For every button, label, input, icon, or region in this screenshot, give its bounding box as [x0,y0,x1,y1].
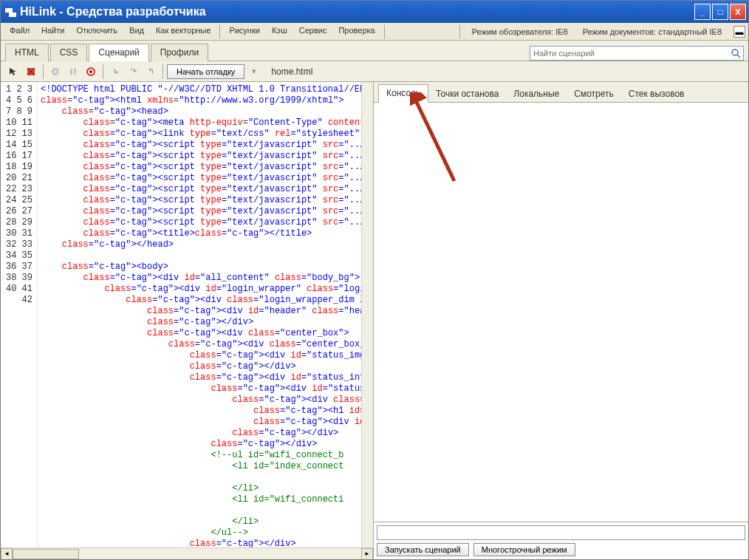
line-gutter: 1 2 3 4 5 6 7 8 9 10 11 12 13 14 15 16 1… [1,82,38,547]
pin-icon[interactable]: ▬ [733,26,745,38]
tab-профили[interactable]: Профили [151,44,208,61]
menu-рисунки[interactable]: Рисунки [223,24,266,40]
run-script-button[interactable]: Запускать сценарий [377,543,469,556]
menu-кэш[interactable]: Кэш [266,24,293,40]
titlebar: HiLink - Средства разработчика _ □ X [1,1,748,23]
stop-icon[interactable] [23,64,39,80]
close-button[interactable]: X [730,4,746,20]
rp-tab-0[interactable]: Консоль [378,84,428,103]
pause-icon[interactable] [65,64,81,80]
step-into-icon[interactable]: ↳ [107,64,123,80]
browser-mode[interactable]: Режим обозревателя: IE8 [466,25,574,38]
search-input[interactable] [530,49,728,58]
title-text: HiLink - Средства разработчика [20,5,206,18]
tab-сценарий[interactable]: Сценарий [89,44,148,61]
menu-как векторные[interactable]: Как векторные [150,24,216,40]
step-over-icon[interactable]: ↷ [125,64,141,80]
menu-сервис[interactable]: Сервис [293,24,333,40]
tab-css[interactable]: CSS [50,44,88,61]
svg-point-9 [89,70,92,73]
vertical-scrollbar[interactable] [361,82,373,547]
app-icon [5,7,16,17]
breakpoint-icon[interactable] [83,64,99,80]
minimize-button[interactable]: _ [694,4,711,20]
file-name: home.html [271,66,312,77]
scroll-left-icon[interactable]: ◄ [1,548,13,560]
step-out-icon[interactable]: ↰ [143,64,159,80]
maximize-button[interactable]: □ [712,4,728,20]
menu-файл[interactable]: Файл [4,24,35,40]
svg-rect-6 [70,69,72,75]
menu-найти[interactable]: Найти [35,24,70,40]
scroll-thumb[interactable] [13,549,79,559]
toolbar: ↳ ↷ ↰ Начать отладку ▾ home.html [1,61,748,82]
rp-tab-3[interactable]: Смотреть [567,86,621,103]
multiline-button[interactable]: Многострочный режим [473,543,575,556]
svg-rect-7 [74,69,76,75]
search-icon[interactable] [728,46,743,61]
scroll-right-icon[interactable]: ► [361,548,373,560]
window-title: HiLink - Средства разработчика [5,5,206,18]
console-body[interactable] [374,103,748,522]
horizontal-scrollbar[interactable]: ◄ ► [1,547,373,559]
pointer-icon[interactable] [5,64,21,80]
rp-tab-4[interactable]: Стек вызовов [621,86,692,103]
main-tabbar: HTMLCSSСценарийПрофили [1,41,748,61]
svg-line-1 [737,55,740,58]
rp-tab-2[interactable]: Локальные [506,86,567,103]
right-panel: КонсольТочки остановаЛокальныеСмотретьСт… [374,82,748,559]
tab-html[interactable]: HTML [5,44,49,61]
dropdown-icon[interactable]: ▾ [246,64,262,80]
doc-mode[interactable]: Режим документов: стандартный IE8 [577,25,728,38]
rp-tab-1[interactable]: Точки останова [428,86,506,103]
code-view[interactable]: <!DOCTYPE html PUBLIC "-//W3C//DTD XHTML… [38,82,361,547]
menu-проверка[interactable]: Проверка [332,24,380,40]
menu-вид[interactable]: Вид [123,24,150,40]
code-panel: 1 2 3 4 5 6 7 8 9 10 11 12 13 14 15 16 1… [1,82,374,559]
console-input[interactable] [377,525,745,540]
menubar: ФайлНайтиОтключитьВидКак векторныеРисунк… [1,23,748,41]
start-debug-button[interactable]: Начать отладку [167,64,244,79]
search-box [530,46,744,61]
svg-point-0 [732,49,738,55]
menu-отключить[interactable]: Отключить [70,24,123,40]
play-icon[interactable] [47,64,64,80]
